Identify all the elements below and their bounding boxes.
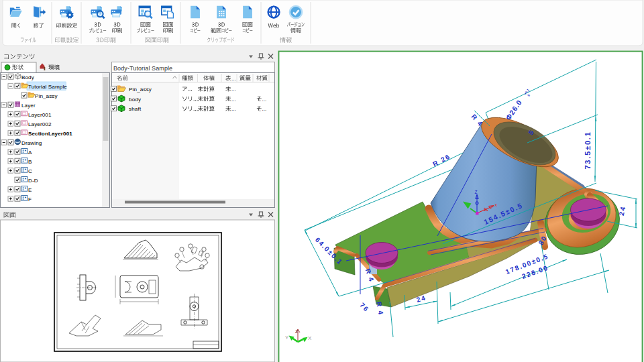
svg-text:shaft: shaft: [129, 106, 142, 112]
svg-text:Drawing: Drawing: [21, 140, 42, 146]
svg-text:Layer001: Layer001: [28, 112, 52, 118]
svg-text:Layer002: Layer002: [28, 121, 52, 127]
svg-text:Layer: Layer: [21, 103, 36, 109]
svg-text:Body-Tutorial Sample: Body-Tutorial Sample: [113, 65, 172, 72]
svg-text:F: F: [28, 196, 32, 202]
svg-text:SectionLayer001: SectionLayer001: [28, 131, 72, 137]
svg-text:A: A: [28, 149, 32, 156]
svg-text:...: ...: [262, 106, 267, 112]
svg-text:body: body: [129, 97, 141, 103]
svg-text:X: X: [308, 335, 312, 341]
svg-text:E: E: [28, 187, 32, 193]
svg-text:...: ...: [231, 106, 236, 112]
svg-text:Y: Y: [285, 335, 289, 341]
svg-text:Tutorial Sample: Tutorial Sample: [28, 84, 67, 90]
svg-text:C: C: [28, 168, 32, 174]
svg-text:Pin_assy: Pin_assy: [35, 93, 58, 99]
svg-text:Pin_assy: Pin_assy: [129, 86, 152, 93]
svg-text:D-D: D-D: [28, 178, 38, 184]
svg-text:B: B: [28, 159, 32, 165]
svg-text:...: ...: [231, 97, 236, 103]
svg-text:Z: Z: [295, 328, 299, 335]
svg-text:Z: Z: [475, 190, 478, 194]
svg-text:...: ...: [231, 86, 236, 93]
svg-text:...: ...: [262, 97, 267, 103]
svg-text:73.5±0.1: 73.5±0.1: [584, 131, 592, 169]
svg-text:...: ...: [231, 76, 236, 82]
svg-text:Body: Body: [21, 74, 35, 80]
